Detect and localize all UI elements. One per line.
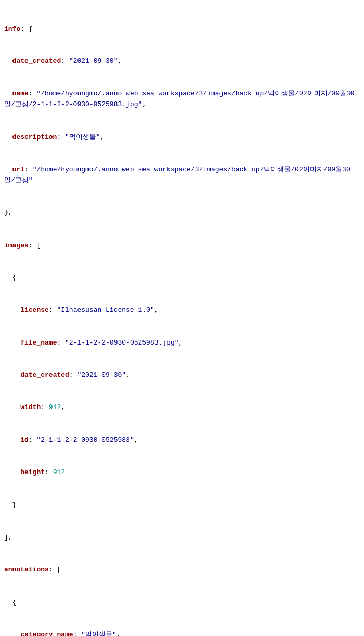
license-value: "Ilhaesusan License 1.0"	[57, 306, 154, 314]
info-open-line: info: {	[4, 24, 360, 35]
images-id-key: id	[20, 436, 29, 444]
height-key: height	[20, 468, 45, 476]
annotations-array-open: {	[4, 597, 360, 608]
images-date-created-value: "2021-09-30"	[77, 371, 126, 379]
width-value: 912	[49, 403, 61, 411]
date-created-value: "2021-09-30"	[69, 57, 118, 65]
images-obj-close: }	[4, 500, 360, 511]
images-array-close: ],	[4, 532, 360, 543]
images-date-created-line: date_created: "2021-09-30",	[4, 370, 360, 381]
url-line: url: "/home/hyoungmo/.anno_web_sea_works…	[4, 164, 360, 186]
height-value: 912	[53, 468, 65, 476]
date-created-key: date_created	[12, 57, 61, 65]
height-line: height: 912	[4, 467, 360, 478]
images-array-open: {	[4, 273, 360, 284]
images-key: images	[4, 241, 29, 249]
info-close-line: },	[4, 208, 360, 219]
license-line: license: "Ilhaesusan License 1.0",	[4, 305, 360, 316]
url-key: url	[12, 166, 24, 173]
file-name-value: "2-1-1-2-2-0930-0525983.jpg"	[65, 339, 178, 347]
width-key: width	[20, 403, 41, 411]
images-id-line: id: "2-1-1-2-2-0930-0525983",	[4, 435, 360, 446]
name-value: "/home/hyoungmo/.anno_web_sea_workspace/…	[4, 90, 355, 108]
date-created-line: date_created: "2021-09-30",	[4, 56, 360, 67]
width-line: width: 912,	[4, 402, 360, 413]
description-key: description	[12, 133, 57, 141]
name-key: name	[12, 90, 29, 97]
url-value: "/home/hyoungmo/.anno_web_sea_workspace/…	[4, 166, 350, 184]
json-viewer: info: { date_created: "2021-09-30", name…	[4, 2, 360, 636]
license-key: license	[20, 306, 49, 314]
name-line: name: "/home/hyoungmo/.anno_web_sea_work…	[4, 88, 360, 110]
annotations-key: annotations	[4, 566, 49, 574]
file-name-line: file_name: "2-1-1-2-2-0930-0525983.jpg",	[4, 338, 360, 349]
images-id-value: "2-1-1-2-2-0930-0525983"	[36, 436, 134, 444]
annotations-open-line: annotations: [	[4, 565, 360, 576]
images-date-created-key: date_created	[20, 371, 69, 379]
info-key: info	[4, 25, 20, 33]
description-value: "먹이생물"	[65, 133, 100, 141]
description-line: description: "먹이생물",	[4, 132, 360, 143]
category-name-key: category_name	[20, 631, 73, 636]
category-name-value: "먹이생물"	[81, 631, 116, 636]
images-open-line: images: [	[4, 240, 360, 251]
category-name-line: category_name: "먹이생물",	[4, 630, 360, 636]
file-name-key: file_name	[20, 339, 57, 347]
